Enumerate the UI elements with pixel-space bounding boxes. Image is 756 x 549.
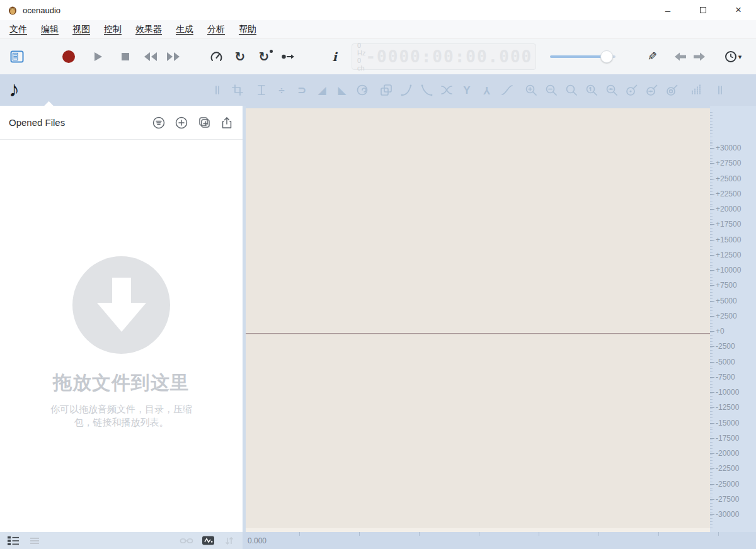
zoom-in-icon[interactable] [524, 82, 539, 98]
fade-out-icon[interactable]: ◣ [335, 82, 350, 98]
fade-in-icon[interactable]: ◢ [314, 82, 329, 98]
volume-slider[interactable] [550, 50, 616, 63]
menu-item[interactable]: 编辑 [34, 24, 66, 35]
sort-button[interactable] [222, 535, 236, 546]
split-branch-icon[interactable]: Y [459, 82, 474, 98]
maximize-button[interactable] [685, 0, 721, 20]
stop-button[interactable] [117, 48, 134, 65]
file-dropzone[interactable]: 拖放文件到这里 你可以拖放音频文件，目录，压缩包，链接和播放列表。 [0, 140, 243, 532]
play-from-cursor-icon [280, 50, 295, 64]
filter-icon [152, 116, 166, 130]
levels-icon[interactable] [689, 82, 704, 98]
loop-button[interactable]: ↻ [232, 48, 248, 65]
waveform-column [246, 106, 710, 532]
window-title: ocenaudio [23, 6, 60, 15]
amplitude-label: +7500 [716, 280, 737, 290]
crop-icon[interactable] [230, 82, 245, 98]
menu-item[interactable]: 控制 [97, 24, 129, 35]
channels-value: 0 ch [357, 57, 365, 72]
add-group-button[interactable] [197, 116, 211, 130]
volume-thumb[interactable] [600, 50, 613, 63]
amplitude-label: -22500 [716, 463, 739, 473]
loop-icon: ↻ [235, 50, 246, 63]
amplitude-label: +22500 [716, 189, 741, 199]
amplitude-label: -7500 [716, 372, 735, 382]
menu-item[interactable]: 文件 [3, 24, 34, 35]
amplitude-label: +15000 [716, 235, 741, 245]
amplitude-label: +25000 [716, 174, 741, 184]
add-file-button[interactable] [175, 116, 188, 130]
filter-files-button[interactable] [152, 116, 166, 130]
amplitude-label: -20000 [716, 448, 739, 458]
duplicate-icon[interactable] [379, 82, 394, 98]
history-button[interactable]: ▾ [721, 48, 744, 65]
sample-rate-value: 0 Hz [357, 42, 365, 57]
play-button[interactable] [89, 48, 106, 65]
add-group-icon [197, 116, 211, 130]
window-controls: – × [650, 0, 756, 20]
fast-forward-button[interactable] [165, 48, 181, 65]
link-channels-button[interactable] [180, 535, 193, 546]
detailed-list-view-button[interactable] [6, 535, 20, 546]
vertical-zoom-in-icon[interactable] [624, 82, 639, 98]
menu-item[interactable]: 帮助 [232, 24, 263, 35]
audio-tab-note-icon[interactable]: ♪ [9, 78, 20, 99]
amplitude-label: +5000 [716, 296, 737, 306]
main-toolbar: ↻ ↻ i 0 Hz 0 ch -0000:00:00.000 ✎ ▾ [0, 39, 756, 74]
zoom-one-icon[interactable] [584, 82, 599, 98]
sidebar-toggle-button[interactable] [9, 48, 25, 65]
minimize-button[interactable]: – [650, 0, 685, 20]
amplitude-label: +27500 [716, 158, 741, 168]
undo-button[interactable] [672, 48, 689, 65]
info-button[interactable]: i [326, 48, 343, 65]
amplitude-label: +20000 [716, 204, 741, 214]
rewind-icon [142, 50, 159, 64]
merge-branch-icon[interactable]: Y [479, 82, 495, 98]
curve-down-icon[interactable] [419, 82, 434, 98]
back-arrow-icon [673, 50, 688, 64]
speed-gauge-icon [209, 50, 224, 64]
menu-item[interactable]: 视图 [66, 24, 97, 35]
crossfade-icon[interactable] [439, 82, 454, 98]
play-from-cursor-button[interactable] [280, 48, 296, 65]
record-icon [62, 50, 75, 63]
record-button[interactable] [60, 48, 77, 65]
menu-item[interactable]: 效果器 [129, 24, 169, 35]
rewind-button[interactable] [142, 48, 159, 65]
dropzone-subtitle: 你可以拖放音频文件，目录，压缩包，链接和播放列表。 [47, 402, 196, 429]
zoom-selection-icon[interactable] [604, 82, 619, 98]
amplify-icon[interactable] [355, 82, 370, 98]
export-file-button[interactable] [220, 116, 234, 130]
reverse-icon[interactable]: ⊃ [294, 82, 309, 98]
edit-cursor-button[interactable]: ✎ [644, 48, 661, 65]
compact-list-view-button[interactable] [28, 535, 42, 546]
edit-toolbar: ♪ ÷ ⊃ ◢ ◣ Y Y [0, 74, 756, 106]
vertical-zoom-reset-icon[interactable] [665, 82, 680, 98]
redo-button[interactable] [691, 48, 707, 65]
time-ruler[interactable]: 0.000 [243, 532, 756, 549]
amplitude-label: -30000 [716, 509, 739, 519]
amplitude-label: -17500 [716, 433, 739, 443]
menu-item[interactable]: 分析 [200, 24, 232, 35]
curve-up-icon[interactable] [399, 82, 414, 98]
waveform-canvas[interactable] [246, 108, 710, 532]
menu-item[interactable]: 生成 [169, 24, 200, 35]
play-icon [91, 50, 105, 64]
vertical-zoom-out-icon[interactable] [644, 82, 660, 98]
zoom-out-icon[interactable] [544, 82, 559, 98]
zero-amplitude-line-shadow [246, 334, 710, 334]
playback-speed-button[interactable] [208, 48, 224, 65]
add-icon [175, 116, 188, 130]
loop-selection-button[interactable]: ↻ [256, 48, 272, 65]
amplitude-ticks [710, 112, 713, 528]
envelope-icon[interactable] [500, 82, 515, 98]
title-bar: ocenaudio – × [0, 0, 756, 20]
split-icon[interactable]: ÷ [274, 82, 289, 98]
waveform-view-icon [202, 535, 215, 546]
close-button[interactable]: × [721, 0, 756, 20]
trim-icon[interactable] [254, 82, 269, 98]
waveform-view-button[interactable] [201, 535, 215, 546]
link-icon [180, 536, 193, 546]
amplitude-scale[interactable]: +30000+27500+25000+22500+20000+17500+150… [710, 106, 756, 532]
zoom-all-icon[interactable] [564, 82, 579, 98]
